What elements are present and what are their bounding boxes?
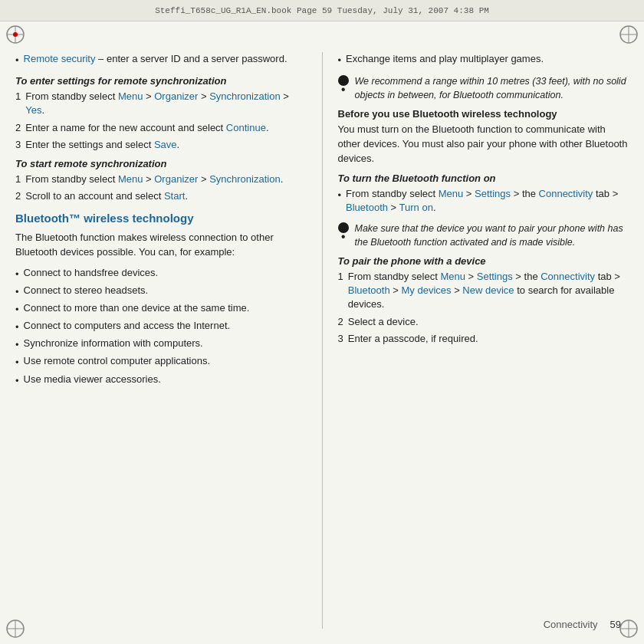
pair-item-2: 2 Select a device.: [338, 315, 629, 329]
enter-settings-item-1: 1 From standby select Menu > Organizer >…: [15, 90, 307, 117]
page: Steffi_T658c_UG_R1A_EN.book Page 59 Tues…: [0, 0, 644, 644]
corner-mark-tl: [4, 23, 27, 46]
pair-heading: To pair the phone with a device: [338, 255, 629, 267]
remote-security-bullet: • Remote security – enter a server ID an…: [15, 52, 307, 67]
bt-bullet-6: • Use remote control computer applicatio…: [15, 354, 307, 370]
num-label-2: 2: [15, 121, 21, 135]
enter-settings-list: 1 From standby select Menu > Organizer >…: [15, 90, 307, 152]
bt-bullet-7: • Use media viewer accessories.: [15, 373, 307, 388]
enter-settings-item-3-text: Enter the settings and select Save.: [25, 138, 179, 152]
bullet-dot: •: [15, 54, 19, 67]
footer-page: 59: [610, 619, 621, 630]
svg-point-3: [13, 32, 18, 37]
enter-settings-heading: To enter settings for remote synchroniza…: [15, 75, 307, 87]
exchange-bullet: • Exchange items and play multiplayer ga…: [338, 52, 629, 67]
note-block-1: • We recommend a range within 10 metres …: [338, 75, 629, 102]
start-sync-heading: To start remote synchronization: [15, 158, 307, 169]
pair-list: 1 From standby select Menu > Settings > …: [338, 270, 629, 346]
bt-bullet-5: • Synchronize information with computers…: [15, 337, 307, 352]
bt-bullet-3: • Connect to more than one device at the…: [15, 301, 307, 317]
turn-on-heading: To turn the Bluetooth function on: [338, 172, 629, 184]
enter-settings-item-1-text: From standby select Menu > Organizer > S…: [25, 90, 306, 117]
note-sub-dot-2: •: [341, 232, 346, 242]
bluetooth-bullets-list: • Connect to handsfree devices. • Connec…: [15, 266, 307, 388]
enter-settings-item-2: 2 Enter a name for the new account and s…: [15, 121, 307, 135]
before-bluetooth-body: You must turn on the Bluetooth function …: [338, 123, 629, 166]
start-sync-num-2: 2: [15, 189, 21, 203]
footer-label: Connectivity: [544, 619, 598, 630]
header-text: Steffi_T658c_UG_R1A_EN.book Page 59 Tues…: [9, 6, 635, 15]
num-label-3: 3: [15, 138, 21, 152]
note-sub-dot-1: •: [341, 85, 346, 95]
before-bluetooth-heading: Before you use Bluetooth wireless techno…: [338, 108, 629, 120]
header-bar: Steffi_T658c_UG_R1A_EN.book Page 59 Tues…: [0, 0, 644, 21]
note1-text: We recommend a range within 10 metres (3…: [355, 75, 629, 102]
pair-item-2-text: Select a device.: [348, 315, 419, 329]
pair-num-3: 3: [338, 332, 343, 346]
note-icon-group-1: •: [338, 75, 349, 102]
right-column: • Exchange items and play multiplayer ga…: [323, 52, 629, 629]
bt-bullet-1: • Connect to handsfree devices.: [15, 266, 307, 281]
start-sync-item-1-text: From standby select Menu > Organizer > S…: [25, 172, 283, 186]
enter-settings-item-3: 3 Enter the settings and select Save.: [15, 138, 307, 152]
bt-bullet-2: • Connect to stereo headsets.: [15, 284, 307, 299]
corner-mark-bl: [4, 617, 27, 640]
pair-num-1: 1: [338, 270, 343, 312]
corner-mark-tr: [617, 23, 640, 46]
note2-text: Make sure that the device you want to pa…: [355, 222, 629, 249]
start-sync-item-2-text: Scroll to an account and select Start.: [25, 189, 188, 203]
note-icon-group-2: •: [338, 222, 349, 249]
footer: Connectivity 59: [544, 619, 621, 630]
pair-item-1: 1 From standby select Menu > Settings > …: [338, 270, 629, 312]
start-sync-item-1: 1 From standby select Menu > Organizer >…: [15, 172, 307, 186]
content-area: • Remote security – enter a server ID an…: [0, 21, 644, 644]
turn-on-text: From standby select Menu > Settings > th…: [346, 187, 629, 215]
bluetooth-section-title: Bluetooth™ wireless technology: [15, 211, 307, 226]
pair-item-1-text: From standby select Menu > Settings > th…: [348, 270, 629, 312]
left-column: • Remote security – enter a server ID an…: [15, 52, 323, 629]
bluetooth-intro: The Bluetooth function makes wireless co…: [15, 231, 307, 260]
pair-num-2: 2: [338, 315, 343, 329]
turn-on-bullet: • From standby select Menu > Settings > …: [338, 187, 629, 215]
enter-settings-item-2-text: Enter a name for the new account and sel…: [25, 121, 268, 135]
note-block-2: • Make sure that the device you want to …: [338, 222, 629, 249]
bt-bullet-4: • Connect to computers and access the In…: [15, 319, 307, 334]
pair-item-3-text: Enter a passcode, if required.: [348, 332, 478, 346]
start-sync-item-2: 2 Scroll to an account and select Start.: [15, 189, 307, 203]
start-sync-num-1: 1: [15, 172, 21, 186]
remote-security-link: Remote security: [24, 53, 96, 64]
start-sync-list: 1 From standby select Menu > Organizer >…: [15, 172, 307, 203]
pair-item-3: 3 Enter a passcode, if required.: [338, 332, 629, 346]
num-label-1: 1: [15, 90, 21, 117]
remote-security-text: Remote security – enter a server ID and …: [24, 52, 288, 67]
